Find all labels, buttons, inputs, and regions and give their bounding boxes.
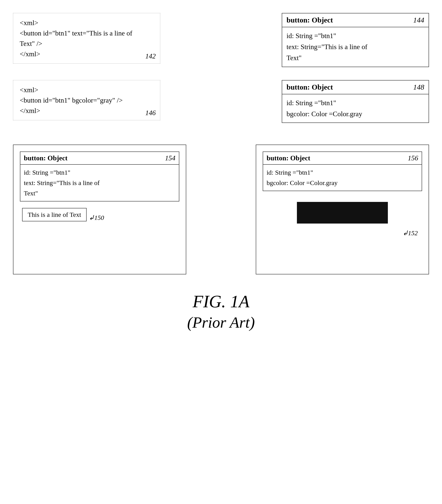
figure-caption: FIG. 1A (Prior Art) — [13, 292, 429, 331]
page-container: <xml> <button id="btn1" text="This is a … — [0, 0, 442, 504]
figure-subtitle: (Prior Art) — [13, 313, 429, 331]
rendered-button-label-150: ↲150 — [89, 214, 104, 221]
obj-num-144: 144 — [413, 16, 424, 24]
obj-body2-line-1: id: String ="btn1" — [287, 97, 424, 108]
rendered-button: This is a line of Text — [22, 208, 87, 221]
right-large-box: button: Object 156 id: String ="btn1" bg… — [256, 145, 429, 274]
xml-line-4: </xml> — [20, 49, 154, 59]
xml2-line-1: <xml> — [20, 85, 154, 95]
object-box-1: button: Object 144 id: String ="btn1" te… — [282, 13, 429, 67]
inner-obj-num-156: 156 — [408, 154, 418, 162]
inner-object-box-156: button: Object 156 id: String ="btn1" bg… — [263, 152, 422, 191]
xml-line-1: <xml> — [20, 17, 154, 28]
xml-line-3: Text" /> — [20, 38, 154, 49]
inner-obj-num-154: 154 — [165, 154, 175, 162]
inner-obj-header-154: button: Object 154 — [20, 152, 179, 165]
xml-label-146: 146 — [145, 107, 156, 118]
figure-title: FIG. 1A — [13, 292, 429, 312]
left-large-box: button: Object 154 id: String ="btn1" te… — [13, 145, 186, 274]
obj-body2-line-2: bgcolor: Color =Color.gray — [287, 108, 424, 120]
inner-obj-title-156: button: Object — [267, 154, 310, 162]
inner-obj-header-156: button: Object 156 — [263, 152, 422, 165]
obj-body-line-1: id: String ="btn1" — [287, 30, 424, 41]
obj-title-2: button: Object — [287, 83, 333, 91]
bottom-row: button: Object 154 id: String ="btn1" te… — [13, 145, 429, 274]
obj-body-1: id: String ="btn1" text: String="This is… — [282, 27, 429, 67]
obj-header-1: button: Object 144 — [282, 13, 429, 27]
obj-body-2: id: String ="btn1" bgcolor: Color =Color… — [282, 94, 429, 122]
xml-block-1: <xml> <button id="btn1" text="This is a … — [13, 13, 160, 64]
rendered-button-container: This is a line of Text ↲150 — [20, 208, 179, 221]
xml-block-2: <xml> <button id="btn1" bgcolor="gray" /… — [13, 80, 160, 120]
xml-line-2: <button id="btn1" text="This is a line o… — [20, 28, 154, 38]
xml2-line-2: <button id="btn1" bgcolor="gray" /> — [20, 95, 154, 105]
black-rect-label-152: ↲152 — [403, 229, 418, 237]
top-row: <xml> <button id="btn1" text="This is a … — [13, 13, 429, 67]
mid-row: <xml> <button id="btn1" bgcolor="gray" /… — [13, 80, 429, 123]
inner-object-box-154: button: Object 154 id: String ="btn1" te… — [20, 152, 179, 201]
obj-num-148: 148 — [413, 83, 424, 91]
object-box-2: button: Object 148 id: String ="btn1" bg… — [282, 80, 429, 123]
inner-obj-body154-line-1: id: String ="btn1" — [24, 167, 175, 178]
xml2-line-3: </xml> — [20, 105, 154, 116]
xml-label-142: 142 — [145, 51, 156, 61]
inner-obj-body156-line-1: id: String ="btn1" — [267, 167, 418, 178]
obj-title-1: button: Object — [287, 16, 333, 24]
inner-obj-body154-line-2: text: String="This is a line of — [24, 178, 175, 188]
inner-obj-title-154: button: Object — [24, 154, 68, 162]
black-rect — [297, 202, 388, 224]
inner-obj-body154-line-3: Text" — [24, 188, 175, 198]
inner-obj-body-156: id: String ="btn1" bgcolor: Color =Color… — [263, 165, 422, 191]
inner-obj-body156-line-2: bgcolor: Color =Color.gray — [267, 178, 418, 188]
obj-body-line-3: Text" — [287, 52, 424, 63]
black-rect-container: ↲152 — [263, 198, 422, 237]
obj-header-2: button: Object 148 — [282, 81, 429, 94]
obj-body-line-2: text: String="This is a line of — [287, 41, 424, 52]
inner-obj-body-154: id: String ="btn1" text: String="This is… — [20, 165, 179, 201]
